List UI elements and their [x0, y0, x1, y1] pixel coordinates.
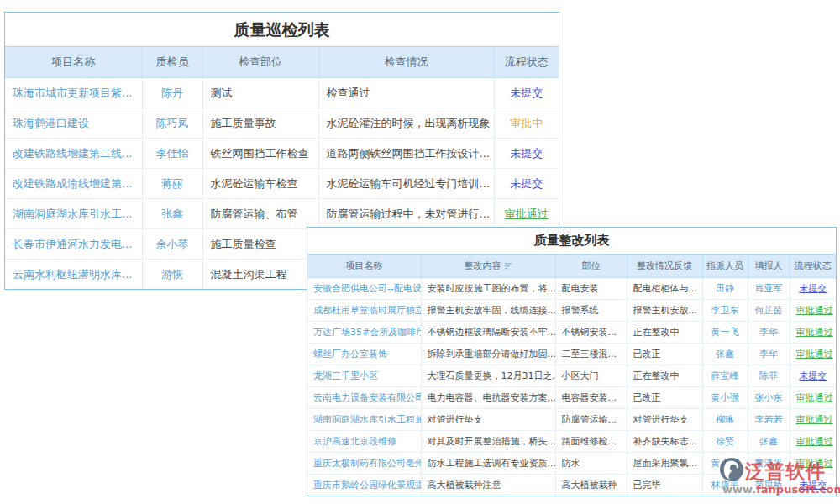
- status-badge[interactable]: 审批通过: [796, 436, 833, 447]
- assignee-link[interactable]: 黄一飞: [711, 327, 739, 338]
- project-link[interactable]: 万达广场35#会所及咖啡厅空...: [313, 327, 421, 338]
- project-cell: 重庆太极制药有限公司亳州中...: [307, 453, 421, 475]
- status-badge[interactable]: 未提交: [510, 177, 543, 190]
- reporter-link[interactable]: 张鑫: [759, 436, 778, 447]
- project-link[interactable]: 重庆市鹅岭公园绿化景观提升...: [313, 480, 421, 491]
- status-badge[interactable]: 审批通过: [796, 392, 833, 403]
- project-link[interactable]: 云南水利枢纽潜明水库...: [13, 268, 132, 281]
- status-badge[interactable]: 审批通过: [796, 414, 833, 425]
- col-header-rectify-content[interactable]: 整改内容: [421, 255, 555, 278]
- project-link[interactable]: 长春市伊通河水力发电...: [13, 238, 132, 250]
- project-link[interactable]: 改建铁路成渝线增建第...: [13, 177, 132, 190]
- status-badge[interactable]: 审批通过: [796, 305, 833, 316]
- feedback-cell: 屋面采用聚氯...: [627, 453, 702, 475]
- sort-icon[interactable]: [505, 261, 512, 272]
- project-link[interactable]: 湖南洞庭湖水库引水工程施工标: [313, 414, 421, 425]
- project-link[interactable]: 湖南洞庭湖水库引水工...: [13, 207, 132, 220]
- reporter-link[interactable]: 李华: [759, 349, 778, 360]
- project-cell: 云南水利枢纽潜明水库...: [5, 260, 142, 290]
- status-badge[interactable]: 未提交: [799, 370, 827, 381]
- status-badge[interactable]: 未提交: [510, 147, 543, 160]
- assignee-link[interactable]: 林康平: [711, 480, 739, 491]
- rectify-content-cell: 不锈钢边框玻璃隔断安装不牢...: [421, 322, 555, 344]
- flow-status-cell: 审批通过: [790, 322, 836, 344]
- assignee-link[interactable]: 张鑫: [716, 349, 734, 360]
- status-badge[interactable]: 审批通过: [796, 349, 833, 360]
- status-badge[interactable]: 审批通过: [505, 207, 549, 220]
- project-link[interactable]: 螺丝厂办公室装饰: [313, 349, 387, 360]
- col-header-label: 整改内容: [465, 260, 501, 271]
- reporter-link[interactable]: 李华: [759, 327, 778, 338]
- assignee-link[interactable]: 薛宝峰: [711, 370, 739, 381]
- flow-status-cell: 审批通过: [790, 453, 836, 475]
- rectify-content-cell: 报警主机安放牢固，线缆连接...: [421, 300, 555, 322]
- assignee-link[interactable]: 柳琳: [716, 414, 734, 425]
- reporter-link[interactable]: 范里桥: [755, 480, 783, 491]
- project-link[interactable]: 成都杜甫草堂临时展厅独立展...: [313, 305, 421, 316]
- assignee-link[interactable]: 黄小强: [711, 392, 739, 403]
- rectify-content-cell: 对管进行垫支: [421, 409, 555, 431]
- project-link[interactable]: 珠海市城市更新项目紫...: [13, 87, 132, 99]
- part-cell: 报警系统: [555, 300, 627, 322]
- inspector-link[interactable]: 陈巧凤: [156, 117, 189, 129]
- part-cell: 高大植被栽种: [555, 475, 627, 496]
- rectification-table-row: 重庆太极制药有限公司亳州中... 防水工程施工选调有专业资质... 防水 屋面采…: [307, 453, 836, 475]
- reporter-link[interactable]: 肖亚军: [755, 283, 783, 294]
- rectification-table: 项目名称 整改内容 部位 整改情况反馈 指派人员 填报人 流程状态 安徽合肥供电…: [307, 255, 836, 496]
- check-part-cell: 施工质量检查: [202, 229, 318, 260]
- assignee-cell: 徐贤: [702, 431, 748, 453]
- inspector-link[interactable]: 游恢: [161, 268, 183, 281]
- status-badge[interactable]: 审批通过: [796, 458, 833, 469]
- project-link[interactable]: 云南电力设备安装有限公司20...: [313, 392, 421, 403]
- status-badge[interactable]: 审批通过: [796, 327, 833, 338]
- feedback-cell: 对管进行垫支: [627, 409, 702, 431]
- project-link[interactable]: 安徽合肥供电公司--配电设备...: [313, 283, 421, 294]
- flow-status-cell: 审批中: [494, 108, 559, 139]
- rectification-table-card: 质量整改列表 项目名称 整改内容 部位 整改情况反馈 指派人员 填报人 流程状态…: [307, 227, 837, 496]
- inspector-link[interactable]: 余小琴: [156, 238, 189, 250]
- rectify-content-cell: 防水工程施工选调有专业资质...: [421, 453, 555, 475]
- inspector-link[interactable]: 张鑫: [161, 207, 183, 220]
- part-cell: 防水: [555, 453, 627, 475]
- reporter-link[interactable]: 董清平: [755, 458, 783, 469]
- status-badge[interactable]: 未提交: [510, 87, 543, 99]
- status-badge[interactable]: 未提交: [799, 283, 827, 294]
- assignee-link[interactable]: 田静: [716, 283, 734, 294]
- assignee-link[interactable]: 黄小强: [711, 458, 739, 469]
- inspection-table-row: 珠海市城市更新项目紫... 陈丹 测试 检查通过 未提交: [5, 78, 559, 108]
- project-link[interactable]: 改建铁路线增建第二线...: [13, 147, 132, 160]
- assignee-link[interactable]: 徐贤: [716, 436, 734, 447]
- inspector-cell: 蒋丽: [142, 169, 202, 199]
- status-badge[interactable]: 未提交: [799, 480, 827, 491]
- project-cell: 万达广场35#会所及咖啡厅空...: [307, 322, 421, 344]
- rectification-table-row: 安徽合肥供电公司--配电设备... 安装时应按施工图的布置，将... 配电安装 …: [307, 278, 836, 300]
- project-cell: 珠海市城市更新项目紫...: [5, 78, 142, 108]
- check-part-cell: 测试: [202, 78, 318, 108]
- rectify-content-cell: 安装时应按施工图的布置，将...: [421, 278, 555, 300]
- part-cell: 防腐管运输...: [555, 409, 627, 431]
- inspector-link[interactable]: 蒋丽: [161, 177, 183, 190]
- col-header-part: 部位: [555, 255, 627, 278]
- project-link[interactable]: 京沪高速北京段维修: [313, 436, 396, 447]
- inspector-link[interactable]: 陈丹: [161, 87, 183, 99]
- assignee-link[interactable]: 李卫东: [711, 305, 739, 316]
- inspector-cell: 陈巧凤: [142, 108, 202, 139]
- rectification-table-row: 万达广场35#会所及咖啡厅空... 不锈钢边框玻璃隔断安装不牢... 不锈钢安装…: [307, 322, 836, 344]
- rectify-content-cell: 电力电容器、电抗器安装方案,...: [421, 387, 555, 409]
- feedback-cell: 补齐缺失标志...: [627, 431, 702, 453]
- col-header-assignee: 指派人员: [702, 255, 748, 278]
- inspector-link[interactable]: 李佳怡: [156, 147, 189, 160]
- reporter-link[interactable]: 张小东: [755, 392, 783, 403]
- project-link[interactable]: 重庆太极制药有限公司亳州中...: [313, 458, 421, 469]
- project-link[interactable]: 珠海鹤港口建设: [13, 117, 89, 129]
- status-badge[interactable]: 审批中: [510, 117, 543, 129]
- project-cell: 湖南洞庭湖水库引水工程施工标: [307, 409, 421, 431]
- project-link[interactable]: 龙湖三千里小区: [313, 370, 378, 381]
- reporter-link[interactable]: 何芷茵: [755, 305, 783, 316]
- flow-status-cell: 审批通过: [494, 199, 559, 229]
- check-part-cell: 混凝土沟渠工程: [202, 260, 318, 290]
- inspector-cell: 游恢: [142, 260, 202, 290]
- feedback-cell: 已完毕: [627, 475, 702, 496]
- reporter-link[interactable]: 陈菲: [759, 370, 778, 381]
- reporter-link[interactable]: 李若若: [755, 414, 783, 425]
